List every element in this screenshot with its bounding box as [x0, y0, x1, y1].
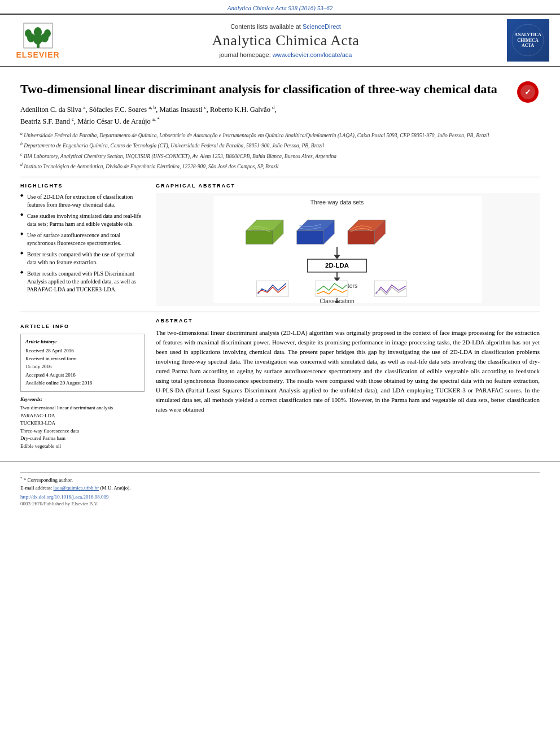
highlights-section: HIGHLIGHTS Use of 2D-LDA for extraction …	[20, 183, 145, 306]
keyword-5: Dry-cured Parma ham	[20, 435, 145, 443]
svg-text:2D-LDA: 2D-LDA	[325, 262, 349, 269]
accepted-date: Accepted 4 August 2016	[25, 371, 139, 379]
aca-logo-text: ANALYTICACHIMICAACTA	[514, 32, 541, 49]
revised-date: 15 July 2016	[25, 362, 139, 370]
issn-line: 0003-2670/Published by Elsevier B.V.	[20, 501, 540, 506]
homepage-url[interactable]: www.elsevier.com/locate/aca	[273, 51, 352, 58]
sciencedirect-link[interactable]: ScienceDirect	[303, 23, 341, 30]
sciencedirect-prefix: Contents lists available at	[230, 23, 301, 30]
divider-1	[20, 177, 540, 177]
journal-title: Analytica Chimica Acta	[69, 32, 502, 49]
highlight-2: Case studies involving simulated data an…	[20, 212, 145, 228]
abstract-header: ABSTRACT	[156, 318, 540, 324]
email-line: E-mail address: laqa@quimica.ufpb.br (M.…	[20, 485, 540, 491]
available-date: Available online 20 August 2016	[25, 379, 139, 387]
svg-marker-15	[246, 230, 273, 244]
aca-logo-box: ANALYTICACHIMICAACTA	[507, 19, 549, 62]
keyword-3: TUCKER3-LDA	[20, 420, 145, 427]
keyword-6: Edible vegetable oil	[20, 443, 145, 451]
keyword-4: Three-way fluorescence data	[20, 427, 145, 435]
highlights-header: HIGHLIGHTS	[20, 183, 145, 189]
author4: Roberto K.H. Galvão d	[210, 106, 275, 113]
highlights-abstract-row: HIGHLIGHTS Use of 2D-LDA for extraction …	[20, 183, 540, 306]
email-author: (M.U. Araújo).	[100, 485, 131, 491]
authors-line: Adenilton C. da Silva a, Sófacles F.C. S…	[20, 103, 540, 127]
corresponding-note: * * Corresponding author.	[20, 476, 540, 483]
svg-point-5	[25, 29, 32, 37]
article-info-section: ARTICLE INFO Article history: Received 2…	[20, 324, 145, 451]
main-content: Two-dimensional linear discriminant anal…	[0, 67, 560, 450]
article-title-text: Two-dimensional linear discriminant anal…	[20, 82, 497, 96]
journal-center: Contents lists available at ScienceDirec…	[69, 23, 502, 58]
doi-text: http://dx.doi.org/10.1016/j.aca.2016.08.…	[20, 494, 109, 500]
crossmark-badge[interactable]: ✓	[517, 81, 540, 104]
doi-line[interactable]: http://dx.doi.org/10.1016/j.aca.2016.08.…	[20, 494, 540, 500]
svg-point-6	[44, 29, 51, 37]
email-address[interactable]: laqa@quimica.ufpb.br	[53, 485, 99, 491]
affiliation-b: b Departamento de Engenharia Química, Ce…	[20, 141, 540, 150]
keywords-section: Keywords: Two-dimensional linear discrim…	[20, 396, 145, 450]
svg-marker-18	[297, 230, 324, 244]
svg-rect-30	[257, 281, 289, 296]
aca-logo: ANALYTICACHIMICAACTA	[502, 19, 553, 62]
keyword-2: PARAFAC-LDA	[20, 412, 145, 420]
graphical-abstract-image: Three-way data sets	[156, 193, 540, 306]
affiliation-c: c IIIA Laboratory, Analytical Chemistry …	[20, 151, 540, 160]
svg-marker-21	[348, 230, 375, 244]
keyword-1: Two-dimensional linear discriminant anal…	[20, 404, 145, 412]
journal-header: ELSEVIER Contents lists available at Sci…	[0, 14, 560, 67]
affiliations: a Universidade Federal da Paraíba, Depar…	[20, 130, 540, 171]
footer-divider	[20, 472, 540, 473]
svg-text:Three-way data sets: Three-way data sets	[310, 199, 364, 206]
journal-ref-text: Analytica Chimica Acta 938 (2016) 53–62	[228, 5, 333, 11]
affiliation-a: a Universidade Federal da Paraíba, Depar…	[20, 130, 540, 139]
article-info-abstract-row: ARTICLE INFO Article history: Received 2…	[20, 318, 540, 451]
author3: Matías Insausti c	[160, 106, 207, 113]
abstract-section: ABSTRACT The two-dimensional linear disc…	[156, 318, 540, 451]
sciencedirect-line: Contents lists available at ScienceDirec…	[69, 23, 502, 30]
divider-2	[20, 312, 540, 312]
elsevier-tree-icon	[23, 22, 54, 49]
author1: Adenilton C. da Silva a	[20, 106, 85, 113]
journal-reference: Analytica Chimica Acta 938 (2016) 53–62	[0, 0, 560, 14]
footer: * * Corresponding author. E-mail address…	[0, 461, 560, 511]
highlight-3: Use of surface autofluorescence and tota…	[20, 231, 145, 247]
article-title: Two-dimensional linear discriminant anal…	[20, 81, 540, 98]
abstract-text: The two-dimensional linear discriminant …	[156, 328, 540, 414]
elsevier-logo: ELSEVIER	[7, 22, 69, 59]
graphical-abstract-header: GRAPHICAL ABSTRACT	[156, 183, 540, 189]
affiliation-d: d Instituto Tecnológico de Aeronáutica, …	[20, 161, 540, 171]
author6: Mário César U. de Araújo a, *	[77, 117, 160, 125]
graphical-abstract-section: GRAPHICAL ABSTRACT Three-way data sets	[156, 183, 540, 306]
graphical-abstract-svg: Three-way data sets	[156, 196, 540, 303]
svg-text:Classification: Classification	[320, 298, 355, 303]
svg-text:✓: ✓	[524, 88, 531, 97]
crossmark-icon: ✓	[517, 81, 539, 103]
article-history-title: Article history:	[25, 339, 139, 344]
homepage-label: journal homepage:	[220, 51, 271, 58]
received-revised-label: Received in revised form	[25, 355, 139, 362]
received-date: Received 28 April 2016	[25, 347, 139, 355]
article-history-box: Article history: Received 28 April 2016 …	[20, 334, 145, 392]
svg-point-4	[34, 27, 42, 37]
journal-homepage: journal homepage: www.elsevier.com/locat…	[69, 51, 502, 58]
highlight-4: Better results compared with the use of …	[20, 251, 145, 267]
author5: Beatriz S.F. Band c	[20, 117, 74, 125]
article-info-header: ARTICLE INFO	[20, 324, 145, 329]
elsevier-brand-text: ELSEVIER	[16, 50, 59, 59]
keywords-title: Keywords:	[20, 396, 145, 402]
email-label: E-mail address:	[20, 485, 52, 491]
highlights-list: Use of 2D-LDA for extraction of classifi…	[20, 193, 145, 294]
highlight-5: Better results compared with PLS Discrim…	[20, 270, 145, 294]
highlight-1: Use of 2D-LDA for extraction of classifi…	[20, 193, 145, 209]
author2: Sófacles F.C. Soares a, b	[89, 106, 156, 113]
